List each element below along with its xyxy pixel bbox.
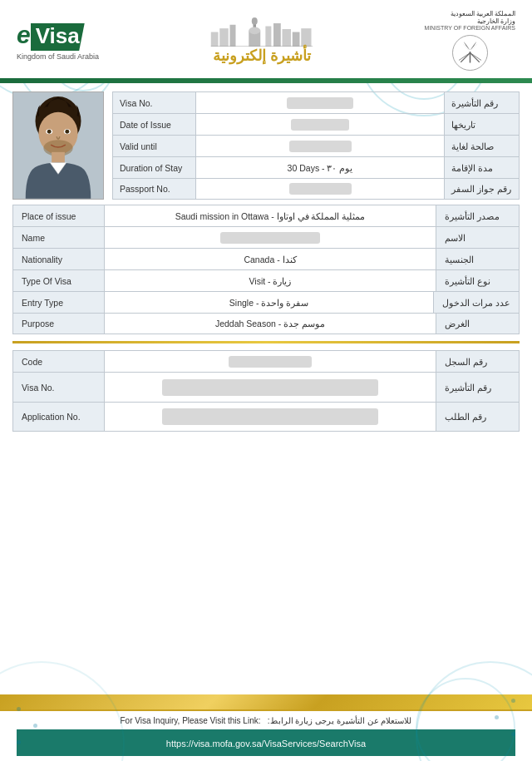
place-of-issue-row: Place of issue Saudi mission in Ottawa -… bbox=[12, 205, 520, 226]
code-label: Code bbox=[13, 351, 105, 372]
name-blurred bbox=[220, 232, 320, 244]
duration-value: 30 Days - يوم ٣٠ bbox=[196, 157, 444, 178]
valid-until-row: Valid until صالحة لغاية bbox=[112, 135, 520, 156]
gold-bottom-bar bbox=[0, 694, 532, 709]
evisa-visa-text: Visa bbox=[31, 23, 85, 51]
place-of-issue-arabic: مصدر التأشيرة bbox=[436, 205, 519, 226]
valid-until-blurred bbox=[289, 141, 352, 152]
code-value bbox=[105, 351, 436, 372]
saudi-emblem-icon bbox=[451, 34, 489, 72]
visa-no-arabic: رقم التأشيرة bbox=[444, 92, 519, 113]
visa-no-barcode-blurred bbox=[162, 379, 378, 396]
place-of-issue-label: Place of issue bbox=[13, 205, 105, 226]
ministry-arabic-2: وزارة الخارجية bbox=[425, 17, 515, 25]
type-of-visa-label: Type Of Visa bbox=[13, 270, 105, 291]
svg-point-21 bbox=[47, 130, 52, 134]
application-no-value bbox=[105, 403, 436, 431]
footer-english-text: For Visa Inquiry, Please Visit this Link… bbox=[121, 716, 261, 725]
duration-row: Duration of Stay 30 Days - يوم ٣٠ مدة ال… bbox=[112, 156, 520, 178]
footer-inquiry-text: للاستعلام عن التأشيرة يرجى زيارة الرابط:… bbox=[17, 716, 515, 725]
duration-label: Duration of Stay bbox=[113, 157, 196, 178]
svg-rect-23 bbox=[52, 152, 65, 165]
entry-type-row: Entry Type Single - سفرة واحدة عدد مرات … bbox=[12, 291, 520, 313]
purpose-value: Jeddah Season - موسم جدة bbox=[105, 314, 436, 334]
header-right: المملكة العربية السعودية وزارة الخارجية … bbox=[425, 10, 515, 72]
top-section: Visa No. رقم التأشيرة Date of Issue تاري… bbox=[12, 91, 520, 200]
valid-until-arabic: صالحة لغاية bbox=[444, 136, 519, 156]
arabic-evisa-title: تأشيرة إلكترونية bbox=[213, 47, 311, 65]
code-section: Code رقم السجل Visa No. رقم التأشيرة App… bbox=[12, 350, 520, 432]
date-of-issue-arabic: تاريخها bbox=[444, 114, 519, 135]
application-no-arabic: رقم الطلب bbox=[436, 403, 519, 431]
svg-rect-1 bbox=[219, 28, 229, 47]
passport-no-value bbox=[196, 179, 444, 199]
visa-no-row: Visa No. رقم التأشيرة bbox=[112, 91, 520, 113]
passport-no-label: Passport No. bbox=[113, 179, 196, 199]
ministry-english: MINISTRY OF FOREIGN AFFAIRS bbox=[425, 25, 515, 31]
name-row: Name الاسم bbox=[12, 226, 520, 248]
svg-rect-7 bbox=[265, 26, 271, 47]
footer: للاستعلام عن التأشيرة يرجى زيارة الرابط:… bbox=[0, 709, 532, 761]
svg-rect-8 bbox=[273, 23, 281, 47]
code-visa-no-label: Visa No. bbox=[13, 373, 105, 402]
purpose-row: Purpose Jeddah Season - موسم جدة الغرض bbox=[12, 313, 520, 334]
purpose-arabic: الغرض bbox=[436, 314, 519, 334]
footer-arabic-text: للاستعلام عن التأشيرة يرجى زيارة الرابط: bbox=[268, 716, 412, 725]
nationality-row: Nationality Canada - كندا الجنسية bbox=[12, 248, 520, 269]
evisa-subtitle: Kingdom of Saudi Arabia bbox=[17, 52, 99, 61]
visa-details-table: Visa No. رقم التأشيرة Date of Issue تاري… bbox=[112, 91, 520, 200]
valid-until-value bbox=[196, 136, 444, 156]
nationality-value: Canada - كندا bbox=[105, 249, 436, 269]
passport-no-blurred bbox=[289, 183, 352, 195]
svg-rect-9 bbox=[282, 29, 291, 47]
main-details-table: Place of issue Saudi mission in Ottawa -… bbox=[12, 205, 520, 334]
code-visa-no-value bbox=[105, 373, 436, 402]
gold-separator bbox=[12, 341, 520, 343]
type-of-visa-row: Type Of Visa Visit - زيارة نوع التأشيرة bbox=[12, 269, 520, 291]
applicant-photo bbox=[12, 91, 104, 200]
nationality-label: Nationality bbox=[13, 249, 105, 269]
passport-no-row: Passport No. رقم جواز السفر bbox=[112, 178, 520, 200]
header: e Visa Kingdom of Saudi Arabia bbox=[0, 0, 532, 78]
name-value bbox=[105, 227, 436, 248]
duration-arabic: مدة الإقامة bbox=[444, 157, 519, 178]
ministry-arabic-1: المملكة العربية السعودية bbox=[425, 10, 515, 17]
place-of-issue-value: Saudi mission in Ottawa - ممثلية المملكة… bbox=[105, 205, 436, 226]
name-label: Name bbox=[13, 227, 105, 248]
main-content: Visa No. رقم التأشيرة Date of Issue تاري… bbox=[0, 83, 532, 694]
code-visa-no-row: Visa No. رقم التأشيرة bbox=[12, 372, 520, 402]
svg-point-6 bbox=[249, 27, 260, 34]
nationality-arabic: الجنسية bbox=[436, 249, 519, 269]
type-of-visa-arabic: نوع التأشيرة bbox=[436, 270, 519, 291]
passport-no-arabic: رقم جواز السفر bbox=[444, 179, 519, 199]
evisa-e-letter: e bbox=[17, 21, 31, 49]
city-skyline-icon bbox=[208, 17, 316, 47]
date-of-issue-label: Date of Issue bbox=[113, 114, 196, 135]
svg-rect-2 bbox=[229, 24, 235, 46]
visa-document: e Visa Kingdom of Saudi Arabia bbox=[0, 0, 532, 761]
footer-link-bar[interactable]: https://visa.mofa.gov.sa/VisaServices/Se… bbox=[17, 729, 515, 756]
svg-point-4 bbox=[252, 17, 258, 25]
code-row: Code رقم السجل bbox=[12, 350, 520, 372]
entry-type-arabic: عدد مرات الدخول bbox=[433, 292, 519, 313]
entry-type-label: Entry Type bbox=[13, 292, 105, 313]
entry-type-value: Single - سفرة واحدة bbox=[105, 292, 433, 313]
purpose-label: Purpose bbox=[13, 314, 105, 334]
code-blurred bbox=[229, 356, 312, 368]
visa-no-value bbox=[196, 92, 444, 113]
application-no-barcode-blurred bbox=[162, 408, 378, 425]
evisa-logo: e Visa Kingdom of Saudi Arabia bbox=[17, 21, 99, 61]
application-no-label: Application No. bbox=[13, 403, 105, 431]
code-arabic: رقم السجل bbox=[436, 351, 519, 372]
date-of-issue-blurred bbox=[291, 119, 349, 131]
visa-no-label: Visa No. bbox=[113, 92, 196, 113]
date-of-issue-value bbox=[196, 114, 444, 135]
code-visa-no-arabic: رقم التأشيرة bbox=[436, 373, 519, 402]
svg-rect-0 bbox=[211, 32, 219, 47]
person-icon bbox=[13, 91, 103, 200]
date-of-issue-row: Date of Issue تاريخها bbox=[112, 113, 520, 135]
svg-rect-11 bbox=[301, 28, 311, 47]
valid-until-label: Valid until bbox=[113, 136, 196, 156]
svg-rect-10 bbox=[293, 32, 300, 47]
footer-link-url[interactable]: https://visa.mofa.gov.sa/VisaServices/Se… bbox=[166, 739, 366, 749]
